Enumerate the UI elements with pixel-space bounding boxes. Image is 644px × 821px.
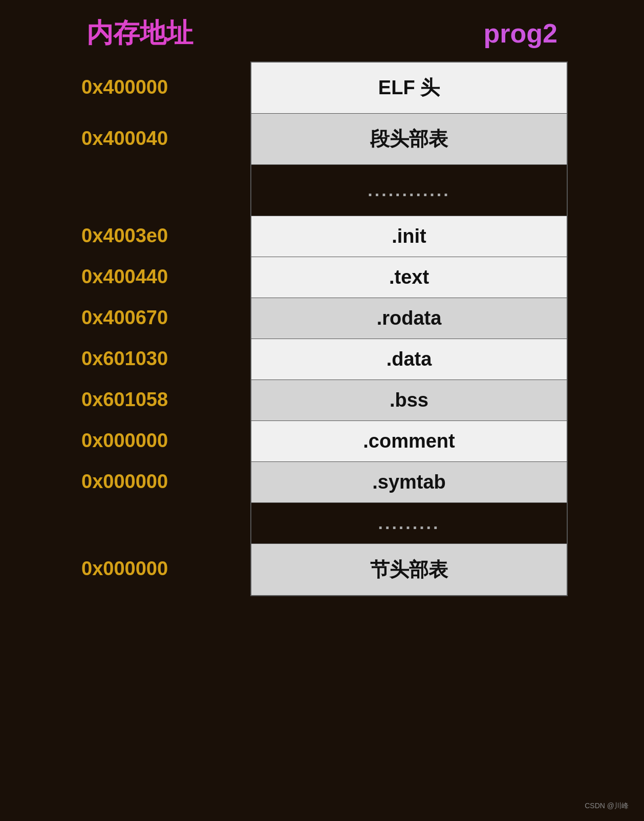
address-cell-2	[76, 164, 250, 215]
address-cell-8: 0x000000	[76, 420, 250, 461]
watermark: CSDN @川峰	[585, 802, 629, 811]
segment-cell-1: 段头部表	[251, 114, 567, 165]
prog-column-header: prog2	[484, 18, 557, 49]
address-cell-1: 0x400040	[76, 113, 250, 164]
address-cell-11: 0x000000	[76, 543, 250, 594]
segment-cell-2: ............	[251, 165, 567, 216]
segment-cell-7: .bss	[251, 380, 567, 421]
segment-cell-8: .comment	[251, 421, 567, 462]
segment-cell-0: ELF 头	[251, 62, 567, 114]
address-cell-3: 0x4003e0	[76, 215, 250, 256]
segment-cell-5: .rodata	[251, 298, 567, 339]
segment-cell-9: .symtab	[251, 462, 567, 503]
segment-cell-10: .........	[251, 503, 567, 544]
address-cell-10	[76, 502, 250, 543]
address-cell-7: 0x601058	[76, 379, 250, 420]
header-row: 内存地址 prog2	[76, 15, 568, 51]
segment-column: ELF 头段头部表.............init.text.rodata.d…	[250, 61, 568, 596]
address-column-header: 内存地址	[87, 15, 193, 51]
segment-cell-11: 节头部表	[251, 544, 567, 595]
address-cell-5: 0x400670	[76, 297, 250, 338]
segment-cell-3: .init	[251, 216, 567, 257]
address-cell-6: 0x601030	[76, 338, 250, 379]
address-cell-4: 0x400440	[76, 256, 250, 297]
address-cell-9: 0x000000	[76, 461, 250, 502]
main-layout: 0x4000000x4000400x4003e00x4004400x400670…	[76, 61, 568, 596]
segment-cell-6: .data	[251, 339, 567, 380]
segment-cell-4: .text	[251, 257, 567, 298]
address-column: 0x4000000x4000400x4003e00x4004400x400670…	[76, 61, 250, 596]
address-cell-0: 0x400000	[76, 61, 250, 113]
